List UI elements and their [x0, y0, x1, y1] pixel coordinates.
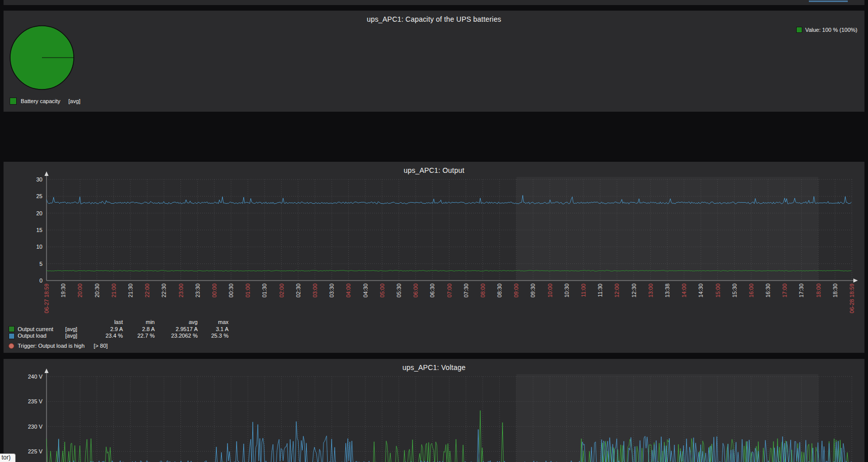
- pie-series-legend: Battery capacity [avg]: [10, 98, 80, 105]
- svg-text:5: 5: [39, 261, 42, 267]
- svg-text:06-27 18:59: 06-27 18:59: [43, 284, 50, 313]
- y-axis-labels: 240 V235 V230 V225 V: [28, 374, 42, 454]
- pie-value-legend: Value: 100 % (100%): [796, 27, 857, 33]
- svg-text:30: 30: [36, 176, 42, 182]
- series-stat-avg: 23.2062 %: [159, 333, 202, 340]
- svg-text:18:30: 18:30: [832, 284, 838, 298]
- top-panel-cutoff: [4, 0, 864, 5]
- svg-text:05:00: 05:00: [379, 284, 385, 298]
- pie-value-label: Value: 100 % (100%): [805, 27, 857, 33]
- trigger-marker-icon: [9, 343, 14, 349]
- svg-text:20:30: 20:30: [94, 284, 100, 298]
- svg-text:01:30: 01:30: [261, 284, 267, 298]
- series-stat-min: 22.7 %: [127, 333, 159, 340]
- svg-text:08:00: 08:00: [480, 284, 486, 298]
- svg-text:15:00: 15:00: [715, 284, 721, 298]
- pie-legend-func: [avg]: [68, 98, 80, 104]
- svg-text:17:30: 17:30: [798, 284, 804, 298]
- svg-text:04:00: 04:00: [345, 284, 351, 298]
- series-stat-max: 25.3 %: [202, 333, 233, 340]
- capacity-chart-title: ups_APC1: Capacity of the UPS batteries: [4, 15, 864, 23]
- series-swatch-icon: [9, 326, 15, 332]
- legend-header-spacer: [65, 319, 95, 326]
- series-stat-max: 3.1 A: [202, 326, 233, 333]
- series-stat-avg: 2.9517 A: [159, 326, 202, 333]
- svg-text:14:00: 14:00: [681, 284, 687, 298]
- x-axis-time-labels: 06-27 18:5919:3020:0020:3021:0021:3022:0…: [43, 284, 855, 313]
- svg-text:22:30: 22:30: [161, 284, 167, 298]
- series-name: Output current: [18, 326, 53, 333]
- svg-text:08:30: 08:30: [496, 284, 502, 298]
- legend-col-header: avg: [159, 319, 202, 326]
- svg-text:09:30: 09:30: [530, 284, 536, 298]
- svg-text:14:30: 14:30: [698, 284, 704, 298]
- svg-text:07:30: 07:30: [463, 284, 469, 298]
- svg-text:15:30: 15:30: [732, 284, 738, 298]
- browser-status-tooltip: tor): [0, 453, 16, 462]
- trigger-condition: [> 80]: [94, 343, 108, 349]
- svg-text:13:38: 13:38: [664, 284, 670, 298]
- legend-series-label: Output current: [9, 326, 65, 333]
- battery-capacity-pie-chart[interactable]: [8, 24, 83, 100]
- svg-text:03:30: 03:30: [329, 284, 335, 298]
- svg-text:16:30: 16:30: [765, 284, 771, 298]
- svg-text:02:00: 02:00: [279, 284, 285, 298]
- series-stat-last: 23.4 %: [95, 333, 127, 340]
- svg-text:10: 10: [36, 244, 42, 250]
- svg-text:10:00: 10:00: [547, 284, 553, 298]
- svg-text:11:30: 11:30: [597, 284, 603, 297]
- panel-battery-capacity: ups_APC1: Capacity of the UPS batteries …: [4, 11, 864, 112]
- pie-value-swatch-icon: [796, 27, 802, 33]
- svg-text:01:00: 01:00: [245, 284, 251, 298]
- svg-text:225 V: 225 V: [28, 448, 42, 454]
- svg-text:12:00: 12:00: [614, 284, 620, 298]
- pie-legend-label: Battery capacity: [21, 98, 60, 104]
- svg-text:21:00: 21:00: [111, 284, 117, 298]
- svg-text:20: 20: [36, 210, 42, 216]
- svg-text:00:30: 00:30: [228, 284, 234, 298]
- svg-text:23:30: 23:30: [195, 284, 201, 298]
- output-legend-table: lastminavgmaxOutput current[avg]2.9 A2.8…: [9, 319, 233, 340]
- svg-text:23:00: 23:00: [178, 284, 184, 298]
- svg-text:16:00: 16:00: [748, 284, 754, 298]
- legend-col-header: max: [202, 319, 233, 326]
- svg-text:12:30: 12:30: [631, 284, 637, 298]
- legend-col-header: last: [95, 319, 127, 326]
- svg-text:00:00: 00:00: [211, 284, 217, 298]
- pie-slice-100pct: [10, 26, 74, 89]
- voltage-graph-plot[interactable]: 240 V235 V230 V225 V: [4, 359, 864, 462]
- top-accent-underline: [809, 1, 848, 2]
- svg-text:240 V: 240 V: [28, 374, 42, 380]
- svg-text:17:00: 17:00: [782, 284, 788, 298]
- svg-text:18:00: 18:00: [815, 284, 821, 298]
- series-stat-min: 2.8 A: [127, 326, 159, 333]
- legend-header-spacer: [9, 319, 65, 326]
- svg-text:19:30: 19:30: [60, 284, 66, 298]
- series-swatch-icon: [9, 333, 15, 339]
- svg-text:07:00: 07:00: [446, 284, 452, 298]
- trigger-legend-row: Trigger: Output load is high [> 80]: [9, 343, 233, 349]
- svg-text:235 V: 235 V: [28, 398, 42, 404]
- svg-text:02:30: 02:30: [295, 284, 301, 298]
- svg-text:0: 0: [39, 278, 42, 284]
- panel-voltage-graph: ups_APC1: Voltage 240 V235 V230 V225 V: [4, 359, 864, 462]
- svg-text:230 V: 230 V: [28, 424, 42, 430]
- legend-series-label: Output load: [9, 333, 65, 340]
- panel-output-graph: ups_APC1: Output 05101520253006-27 18:59…: [4, 162, 864, 353]
- svg-text:11:00: 11:00: [580, 284, 586, 297]
- series-func: [avg]: [65, 326, 95, 333]
- svg-text:06:30: 06:30: [429, 284, 435, 298]
- series-name: Output load: [18, 333, 47, 340]
- svg-text:06-28 18:59: 06-28 18:59: [849, 284, 855, 313]
- series-func: [avg]: [65, 333, 95, 340]
- svg-text:04:30: 04:30: [362, 284, 369, 298]
- output-graph-legend: lastminavgmaxOutput current[avg]2.9 A2.8…: [9, 319, 233, 349]
- working-time-band: [516, 177, 818, 281]
- series-stat-last: 2.9 A: [95, 326, 127, 333]
- y-axis-labels: 051015202530: [36, 176, 42, 284]
- svg-text:09:00: 09:00: [513, 284, 519, 298]
- legend-col-header: min: [127, 319, 159, 326]
- svg-text:20:00: 20:00: [77, 284, 83, 298]
- battery-capacity-swatch-icon: [10, 98, 17, 105]
- axes: [44, 368, 49, 462]
